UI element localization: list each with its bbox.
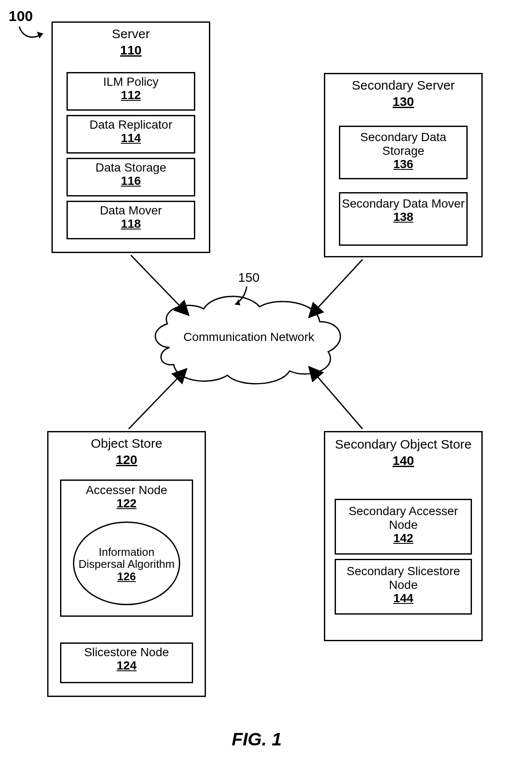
secondary-object-store-block: Secondary Object Store 140 Secondary Acc… bbox=[324, 431, 483, 641]
object-store-block: Object Store 120 Accesser Node 122 Infor… bbox=[47, 431, 206, 697]
ida-num: 126 bbox=[117, 570, 136, 583]
svg-line-3 bbox=[309, 259, 363, 317]
accesser-node-box: Accesser Node 122 Information Dispersal … bbox=[60, 480, 193, 617]
secondary-accesser-node-box: Secondary Accesser Node 142 bbox=[335, 499, 472, 555]
ilm-policy-num: 112 bbox=[68, 89, 194, 102]
data-mover-box: Data Mover 118 bbox=[66, 201, 195, 239]
ilm-policy-label: ILM Policy bbox=[68, 75, 194, 89]
diagram-canvas: 100 Server 110 ILM Policy 112 Data Repli… bbox=[0, 0, 532, 766]
server-num: 110 bbox=[53, 42, 209, 58]
data-mover-label: Data Mover bbox=[68, 204, 194, 217]
data-storage-box: Data Storage 116 bbox=[66, 158, 195, 196]
server-block: Server 110 ILM Policy 112 Data Replicato… bbox=[51, 21, 210, 253]
cloud-label: Communication Network bbox=[172, 330, 326, 344]
data-replicator-num: 114 bbox=[68, 132, 194, 145]
ilm-policy-box: ILM Policy 112 bbox=[66, 72, 195, 111]
svg-line-4 bbox=[129, 369, 187, 429]
slicestore-node-box: Slicestore Node 124 bbox=[60, 642, 193, 683]
ida-label: Information Dispersal Algorithm bbox=[74, 546, 179, 570]
data-replicator-label: Data Replicator bbox=[68, 118, 194, 132]
secondary-slicestore-node-num: 144 bbox=[336, 592, 471, 605]
secondary-data-storage-num: 136 bbox=[340, 158, 466, 171]
slicestore-node-label: Slicestore Node bbox=[61, 645, 192, 659]
svg-marker-1 bbox=[235, 299, 240, 305]
secondary-accesser-node-label: Secondary Accesser Node bbox=[336, 504, 471, 532]
accesser-node-num: 122 bbox=[61, 497, 192, 510]
cloud-ref-150: 150 bbox=[238, 270, 260, 285]
secondary-server-block: Secondary Server 130 Secondary Data Stor… bbox=[324, 73, 483, 257]
secondary-object-store-num: 140 bbox=[325, 453, 481, 468]
secondary-data-mover-label: Secondary Data Mover bbox=[340, 197, 466, 211]
ida-ellipse: Information Dispersal Algorithm 126 bbox=[73, 522, 180, 605]
secondary-data-storage-label: Secondary Data Storage bbox=[340, 130, 466, 158]
figure-label: FIG. 1 bbox=[232, 729, 282, 750]
data-storage-label: Data Storage bbox=[68, 161, 194, 175]
server-title: Server bbox=[53, 26, 209, 42]
object-store-title: Object Store bbox=[48, 436, 205, 451]
secondary-data-mover-box: Secondary Data Mover 138 bbox=[339, 192, 468, 246]
figure-ref-100: 100 bbox=[9, 8, 33, 24]
secondary-data-mover-num: 138 bbox=[340, 211, 466, 224]
svg-line-5 bbox=[309, 367, 363, 429]
secondary-accesser-node-num: 142 bbox=[336, 532, 471, 545]
secondary-server-title: Secondary Server bbox=[325, 78, 481, 93]
object-store-num: 120 bbox=[48, 452, 205, 467]
accesser-node-label: Accesser Node bbox=[61, 483, 192, 497]
data-storage-num: 116 bbox=[68, 175, 194, 188]
secondary-data-storage-box: Secondary Data Storage 136 bbox=[339, 126, 468, 179]
svg-marker-0 bbox=[37, 32, 43, 39]
secondary-slicestore-node-box: Secondary Slicestore Node 144 bbox=[335, 559, 472, 615]
slicestore-node-num: 124 bbox=[61, 659, 192, 673]
secondary-server-num: 130 bbox=[325, 94, 481, 109]
data-replicator-box: Data Replicator 114 bbox=[66, 115, 195, 154]
secondary-object-store-title: Secondary Object Store bbox=[325, 437, 481, 452]
data-mover-num: 118 bbox=[68, 217, 194, 231]
secondary-slicestore-node-label: Secondary Slicestore Node bbox=[336, 564, 471, 592]
svg-line-2 bbox=[131, 255, 189, 315]
